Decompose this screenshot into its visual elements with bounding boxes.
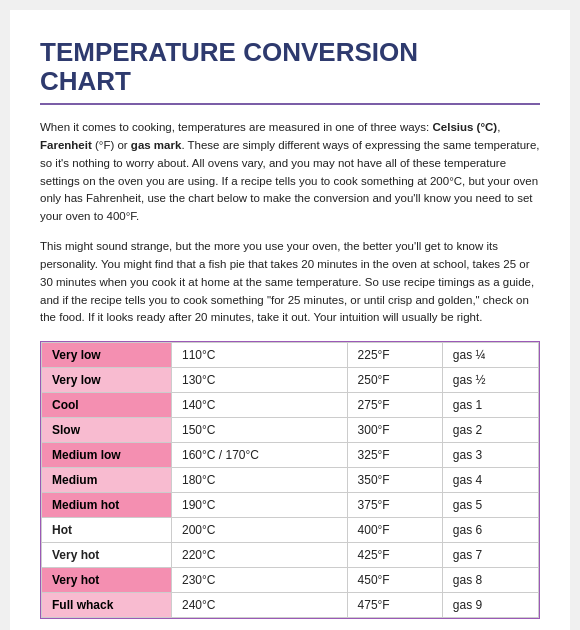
temperature-label: Hot (42, 518, 172, 543)
temperature-label: Very hot (42, 543, 172, 568)
gas-value: gas 2 (442, 418, 538, 443)
gas-value: gas 6 (442, 518, 538, 543)
fahrenheit-value: 450°F (347, 568, 442, 593)
paragraph-2: This might sound strange, but the more y… (40, 238, 540, 327)
fahrenheit-value: 225°F (347, 343, 442, 368)
temperature-label: Very low (42, 368, 172, 393)
celsius-value: 180°C (172, 468, 348, 493)
table-row: Medium hot190°C375°Fgas 5 (42, 493, 539, 518)
page: TEMPERATURE CONVERSION CHART When it com… (10, 10, 570, 630)
celsius-value: 240°C (172, 593, 348, 618)
celsius-value: 150°C (172, 418, 348, 443)
gas-value: gas 3 (442, 443, 538, 468)
table-row: Slow150°C300°Fgas 2 (42, 418, 539, 443)
gas-value: gas 9 (442, 593, 538, 618)
table-row: Cool140°C275°Fgas 1 (42, 393, 539, 418)
gas-value: gas 8 (442, 568, 538, 593)
table-row: Very low130°C250°Fgas ½ (42, 368, 539, 393)
table-row: Medium180°C350°Fgas 4 (42, 468, 539, 493)
fahrenheit-value: 250°F (347, 368, 442, 393)
temperature-label: Full whack (42, 593, 172, 618)
celsius-value: 140°C (172, 393, 348, 418)
temperature-label: Very hot (42, 568, 172, 593)
temperature-label: Medium hot (42, 493, 172, 518)
celsius-value: 130°C (172, 368, 348, 393)
temperature-label: Very low (42, 343, 172, 368)
table-row: Very hot230°C450°Fgas 8 (42, 568, 539, 593)
fahrenheit-value: 475°F (347, 593, 442, 618)
gas-value: gas 5 (442, 493, 538, 518)
celsius-value: 190°C (172, 493, 348, 518)
gas-value: gas 7 (442, 543, 538, 568)
fahrenheit-value: 400°F (347, 518, 442, 543)
fahrenheit-value: 425°F (347, 543, 442, 568)
table-row: Medium low160°C / 170°C325°Fgas 3 (42, 443, 539, 468)
fahrenheit-value: 275°F (347, 393, 442, 418)
gas-value: gas 1 (442, 393, 538, 418)
temperature-label: Slow (42, 418, 172, 443)
fahrenheit-value: 375°F (347, 493, 442, 518)
title-divider (40, 103, 540, 105)
fahrenheit-value: 325°F (347, 443, 442, 468)
paragraph-1: When it comes to cooking, temperatures a… (40, 119, 540, 226)
temperature-label: Cool (42, 393, 172, 418)
page-title: TEMPERATURE CONVERSION CHART (40, 38, 540, 95)
table-row: Hot200°C400°Fgas 6 (42, 518, 539, 543)
fahrenheit-value: 300°F (347, 418, 442, 443)
temperature-table: Very low110°C225°Fgas ¼Very low130°C250°… (40, 341, 540, 619)
celsius-value: 160°C / 170°C (172, 443, 348, 468)
celsius-value: 200°C (172, 518, 348, 543)
table-row: Very hot220°C425°Fgas 7 (42, 543, 539, 568)
table-row: Very low110°C225°Fgas ¼ (42, 343, 539, 368)
table-row: Full whack240°C475°Fgas 9 (42, 593, 539, 618)
temperature-label: Medium (42, 468, 172, 493)
celsius-value: 220°C (172, 543, 348, 568)
temperature-label: Medium low (42, 443, 172, 468)
gas-value: gas ½ (442, 368, 538, 393)
gas-value: gas 4 (442, 468, 538, 493)
fahrenheit-value: 350°F (347, 468, 442, 493)
gas-value: gas ¼ (442, 343, 538, 368)
celsius-value: 230°C (172, 568, 348, 593)
celsius-value: 110°C (172, 343, 348, 368)
